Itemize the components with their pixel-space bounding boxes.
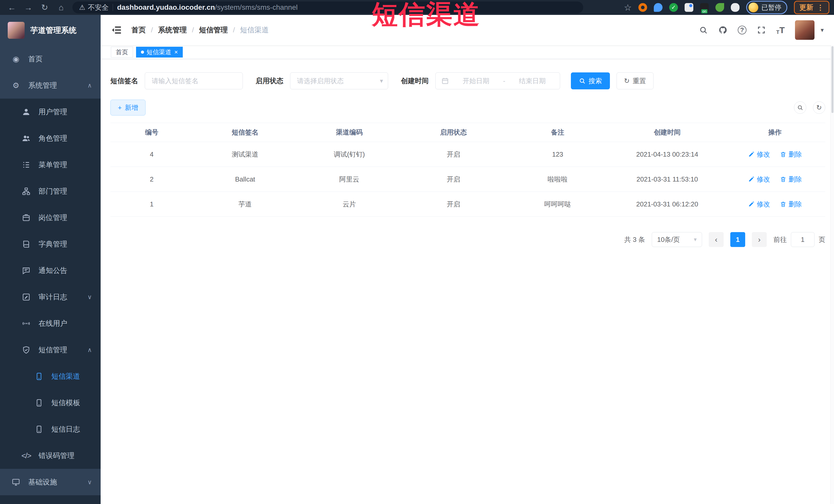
page-size-select[interactable]: 10条/页 ▾: [652, 232, 702, 247]
delete-link[interactable]: 删除: [780, 150, 802, 159]
extension-check-icon[interactable]: ✓: [669, 3, 678, 12]
sidebar-item-notice[interactable]: 通知公告: [0, 257, 101, 284]
sidebar-item-sms[interactable]: 短信管理 ∧: [0, 336, 101, 363]
sidebar-item-menus[interactable]: 菜单管理: [0, 152, 101, 178]
sidebar-item-posts[interactable]: 岗位管理: [0, 204, 101, 231]
edit-link[interactable]: 修改: [748, 200, 770, 209]
sign-input[interactable]: [145, 72, 243, 89]
url-domain: dashboard.yudao.iocoder.cn: [117, 3, 215, 11]
github-icon[interactable]: [718, 25, 727, 35]
start-date-placeholder[interactable]: 开始日期: [454, 76, 498, 86]
sidebar-item-system[interactable]: ⚙ 系统管理 ∧: [0, 72, 101, 98]
tab-sms-channel[interactable]: 短信渠道 ×: [136, 47, 183, 58]
help-icon[interactable]: ?: [738, 26, 746, 35]
date-range-picker[interactable]: 开始日期 - 结束日期: [435, 72, 560, 89]
sidebar-item-infra[interactable]: 基础设施 ∨: [0, 469, 101, 495]
sidebar-item-depts[interactable]: 部门管理: [0, 178, 101, 204]
close-icon[interactable]: ×: [174, 48, 178, 56]
end-date-placeholder[interactable]: 结束日期: [510, 76, 554, 86]
extension-orange-icon[interactable]: [638, 3, 647, 12]
back-icon[interactable]: ←: [5, 3, 19, 12]
address-bar[interactable]: ⚠ 不安全 dashboard.yudao.iocoder.cn/system/…: [72, 2, 583, 13]
status-select[interactable]: ▾: [290, 72, 388, 89]
scrollbar[interactable]: [830, 45, 834, 504]
prev-page-button[interactable]: ‹: [709, 232, 724, 247]
sign-label: 短信签名: [110, 76, 138, 86]
hamburger-icon[interactable]: [111, 24, 122, 36]
paused-badge[interactable]: 已暂停: [746, 1, 787, 14]
pencil-icon: [748, 151, 755, 158]
calendar-icon: [441, 77, 449, 85]
security-status[interactable]: ⚠ 不安全: [79, 3, 109, 12]
sidebar-submenu: 用户管理 角色管理 菜单管理 部门管理 岗位管理: [0, 98, 101, 469]
page-number-1[interactable]: 1: [730, 232, 745, 247]
cell-remark: 呵呵呵哒: [505, 200, 610, 209]
header-code: 渠道编码: [297, 128, 401, 137]
peoples-icon: [21, 134, 31, 143]
breadcrumb-sms[interactable]: 短信管理: [199, 25, 228, 35]
sidebar-item-label: 基础设施: [28, 477, 57, 487]
fullscreen-icon[interactable]: [757, 25, 766, 35]
cell-code: 调试(钉钉): [297, 150, 401, 159]
trash-icon: [780, 201, 787, 207]
goto-page-input[interactable]: [791, 232, 814, 247]
extension-profile-icon[interactable]: [731, 3, 740, 12]
avatar[interactable]: [795, 20, 814, 40]
home-icon[interactable]: ⌂: [54, 3, 68, 12]
url-text[interactable]: dashboard.yudao.iocoder.cn/system/sms/sm…: [117, 3, 298, 12]
forward-icon[interactable]: →: [21, 3, 36, 12]
sidebar-item-roles[interactable]: 角色管理: [0, 125, 101, 152]
emoji-icon: [748, 3, 758, 12]
scrollbar-thumb[interactable]: [831, 46, 833, 113]
next-page-button[interactable]: ›: [752, 232, 767, 247]
edit-link[interactable]: 修改: [748, 175, 770, 184]
extension-adblock-icon[interactable]: on: [700, 3, 709, 12]
sidebar-item-sms-channel[interactable]: 短信渠道: [0, 363, 101, 390]
extension-pin-icon[interactable]: [654, 3, 662, 12]
breadcrumb-separator: /: [233, 26, 235, 34]
refresh-button[interactable]: ↻: [813, 102, 825, 114]
extension-tabs-icon[interactable]: [685, 3, 693, 12]
sidebar-item-sms-template[interactable]: 短信模板: [0, 390, 101, 416]
header-sign: 短信签名: [193, 128, 297, 137]
breadcrumb-system[interactable]: 系统管理: [158, 25, 187, 35]
sidebar-item-dict[interactable]: 字典管理: [0, 231, 101, 257]
delete-link[interactable]: 删除: [780, 175, 802, 184]
trash-icon: [780, 151, 787, 158]
reset-button[interactable]: ↻ 重置: [617, 72, 654, 89]
header-actions: ? TT ▾: [699, 20, 824, 40]
tab-home[interactable]: 首页: [111, 47, 133, 58]
delete-link[interactable]: 删除: [780, 200, 802, 209]
date-separator: -: [503, 77, 505, 85]
sidebar-item-home[interactable]: ◉ 首页: [0, 46, 101, 72]
browser-menu-icon[interactable]: ⋮: [817, 3, 824, 12]
sidebar-item-errorcode[interactable]: </> 错误码管理: [0, 442, 101, 469]
browser-update-button[interactable]: 更新 ⋮: [794, 1, 829, 14]
cell-remark: 123: [505, 151, 610, 158]
monitor-icon: [11, 478, 21, 486]
edit-link[interactable]: 修改: [748, 150, 770, 159]
chevron-down-icon: ∨: [87, 293, 92, 301]
logo-row[interactable]: 芋道管理系统: [0, 15, 101, 46]
gear-icon: ⚙: [11, 81, 21, 90]
plus-icon: +: [118, 104, 122, 112]
breadcrumb-home[interactable]: 首页: [131, 25, 146, 35]
sidebar-item-users[interactable]: 用户管理: [0, 98, 101, 125]
bookmark-star-icon[interactable]: ☆: [624, 2, 632, 13]
chevron-down-icon: ∨: [87, 479, 92, 486]
search-icon[interactable]: [699, 25, 708, 35]
sidebar-item-sms-log[interactable]: 短信日志: [0, 416, 101, 442]
extension-leaf-icon[interactable]: [716, 3, 724, 12]
sidebar-item-label: 短信日志: [51, 424, 80, 434]
font-size-icon[interactable]: TT: [776, 25, 785, 35]
status-select-input[interactable]: [290, 72, 388, 89]
add-button[interactable]: + 新增: [110, 100, 146, 115]
search-button[interactable]: 搜索: [571, 72, 610, 89]
show-search-button[interactable]: [794, 102, 806, 114]
avatar-caret-icon[interactable]: ▾: [821, 26, 824, 34]
pencil-icon: [748, 176, 755, 182]
sidebar-item-auditlog[interactable]: 审计日志 ∨: [0, 284, 101, 310]
reload-icon[interactable]: ↻: [38, 3, 52, 12]
sidebar-item-online-users[interactable]: 在线用户: [0, 310, 101, 336]
table-row: 2 Ballcat 阿里云 开启 啦啦啦 2021-03-31 11:53:10…: [110, 167, 825, 192]
